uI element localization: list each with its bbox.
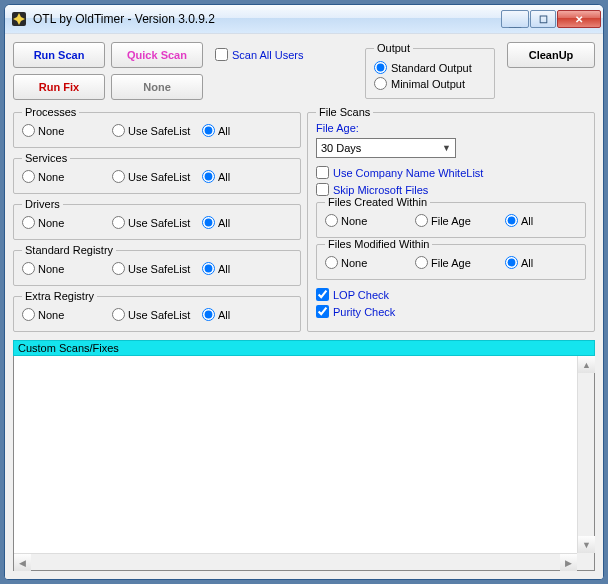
whitelist-checkbox[interactable]: Use Company Name WhiteList bbox=[316, 166, 586, 179]
standard-registry-group: Standard Registry None Use SafeList All bbox=[13, 244, 301, 286]
output-group: Output Standard Output Minimal Output bbox=[365, 42, 495, 99]
right-column: File Scans File Age: 30 Days ▼ Use Compa… bbox=[307, 106, 595, 332]
scan-all-users-label: Scan All Users bbox=[232, 49, 304, 61]
output-standard-input[interactable] bbox=[374, 61, 387, 74]
quick-scan-button[interactable]: Quick Scan bbox=[111, 42, 203, 68]
output-standard-radio[interactable]: Standard Output bbox=[374, 61, 486, 74]
window-controls: __ ☐ ✕ bbox=[500, 10, 601, 28]
main-columns: Processes None Use SafeList All Services… bbox=[13, 106, 595, 332]
created-fileage-radio[interactable]: File Age bbox=[415, 214, 505, 227]
created-all-radio[interactable]: All bbox=[505, 214, 533, 227]
extra-registry-legend: Extra Registry bbox=[22, 290, 97, 302]
services-safelist-radio[interactable]: Use SafeList bbox=[112, 170, 202, 183]
services-all-radio[interactable]: All bbox=[202, 170, 230, 183]
file-scans-group: File Scans File Age: 30 Days ▼ Use Compa… bbox=[307, 106, 595, 332]
vertical-scrollbar[interactable]: ▲ ▼ bbox=[577, 356, 594, 553]
drivers-all-radio[interactable]: All bbox=[202, 216, 230, 229]
custom-scans-textarea[interactable]: ▲ ▼ ◀ ▶ bbox=[13, 356, 595, 571]
file-age-label: File Age: bbox=[316, 122, 586, 134]
cleanup-button[interactable]: CleanUp bbox=[507, 42, 595, 68]
scroll-up-icon[interactable]: ▲ bbox=[578, 356, 595, 373]
output-minimal-input[interactable] bbox=[374, 77, 387, 90]
top-toolbar: Run Scan Quick Scan Run Fix None Scan Al… bbox=[13, 42, 595, 100]
processes-none-radio[interactable]: None bbox=[22, 124, 112, 137]
maximize-button[interactable]: ☐ bbox=[530, 10, 556, 28]
files-created-legend: Files Created Within bbox=[325, 196, 430, 208]
created-none-radio[interactable]: None bbox=[325, 214, 415, 227]
files-created-group: Files Created Within None File Age All bbox=[316, 196, 586, 238]
extreg-all-radio[interactable]: All bbox=[202, 308, 230, 321]
services-none-radio[interactable]: None bbox=[22, 170, 112, 183]
files-modified-group: Files Modified Within None File Age All bbox=[316, 238, 586, 280]
processes-safelist-radio[interactable]: Use SafeList bbox=[112, 124, 202, 137]
app-icon bbox=[11, 11, 27, 27]
run-scan-button[interactable]: Run Scan bbox=[13, 42, 105, 68]
scan-all-users-checkbox[interactable]: Scan All Users bbox=[215, 48, 304, 61]
extra-registry-group: Extra Registry None Use SafeList All bbox=[13, 290, 301, 332]
scan-all-users-input[interactable] bbox=[215, 48, 228, 61]
none-button[interactable]: None bbox=[111, 74, 203, 100]
extreg-none-radio[interactable]: None bbox=[22, 308, 112, 321]
drivers-legend: Drivers bbox=[22, 198, 63, 210]
scroll-corner bbox=[577, 553, 594, 570]
lop-check-checkbox[interactable]: LOP Check bbox=[316, 288, 586, 301]
services-legend: Services bbox=[22, 152, 70, 164]
output-minimal-label: Minimal Output bbox=[391, 78, 465, 90]
run-fix-button[interactable]: Run Fix bbox=[13, 74, 105, 100]
output-minimal-radio[interactable]: Minimal Output bbox=[374, 77, 486, 90]
output-standard-label: Standard Output bbox=[391, 62, 472, 74]
drivers-none-radio[interactable]: None bbox=[22, 216, 112, 229]
chevron-down-icon: ▼ bbox=[442, 143, 451, 153]
left-column: Processes None Use SafeList All Services… bbox=[13, 106, 301, 332]
close-button[interactable]: ✕ bbox=[557, 10, 601, 28]
stdreg-none-radio[interactable]: None bbox=[22, 262, 112, 275]
files-modified-legend: Files Modified Within bbox=[325, 238, 432, 250]
modified-all-radio[interactable]: All bbox=[505, 256, 533, 269]
modified-fileage-radio[interactable]: File Age bbox=[415, 256, 505, 269]
processes-legend: Processes bbox=[22, 106, 79, 118]
horizontal-scrollbar[interactable]: ◀ ▶ bbox=[14, 553, 577, 570]
processes-group: Processes None Use SafeList All bbox=[13, 106, 301, 148]
window-body: Run Scan Quick Scan Run Fix None Scan Al… bbox=[5, 33, 603, 579]
stdreg-all-radio[interactable]: All bbox=[202, 262, 230, 275]
scroll-left-icon[interactable]: ◀ bbox=[14, 554, 31, 571]
purity-check-checkbox[interactable]: Purity Check bbox=[316, 305, 586, 318]
window-title: OTL by OldTimer - Version 3.0.9.2 bbox=[33, 12, 500, 26]
titlebar[interactable]: OTL by OldTimer - Version 3.0.9.2 __ ☐ ✕ bbox=[5, 5, 603, 33]
extreg-safelist-radio[interactable]: Use SafeList bbox=[112, 308, 202, 321]
stdreg-safelist-radio[interactable]: Use SafeList bbox=[112, 262, 202, 275]
file-age-select[interactable]: 30 Days ▼ bbox=[316, 138, 456, 158]
modified-none-radio[interactable]: None bbox=[325, 256, 415, 269]
app-window: OTL by OldTimer - Version 3.0.9.2 __ ☐ ✕… bbox=[4, 4, 604, 580]
file-age-value: 30 Days bbox=[321, 142, 361, 154]
scroll-down-icon[interactable]: ▼ bbox=[578, 536, 595, 553]
output-legend: Output bbox=[374, 42, 413, 54]
scroll-right-icon[interactable]: ▶ bbox=[560, 554, 577, 571]
skip-microsoft-checkbox[interactable]: Skip Microsoft Files bbox=[316, 183, 586, 196]
services-group: Services None Use SafeList All bbox=[13, 152, 301, 194]
processes-all-radio[interactable]: All bbox=[202, 124, 230, 137]
drivers-safelist-radio[interactable]: Use SafeList bbox=[112, 216, 202, 229]
file-scans-legend: File Scans bbox=[316, 106, 373, 118]
drivers-group: Drivers None Use SafeList All bbox=[13, 198, 301, 240]
standard-registry-legend: Standard Registry bbox=[22, 244, 116, 256]
custom-scans-header: Custom Scans/Fixes bbox=[13, 340, 595, 356]
minimize-button[interactable]: __ bbox=[501, 10, 529, 28]
